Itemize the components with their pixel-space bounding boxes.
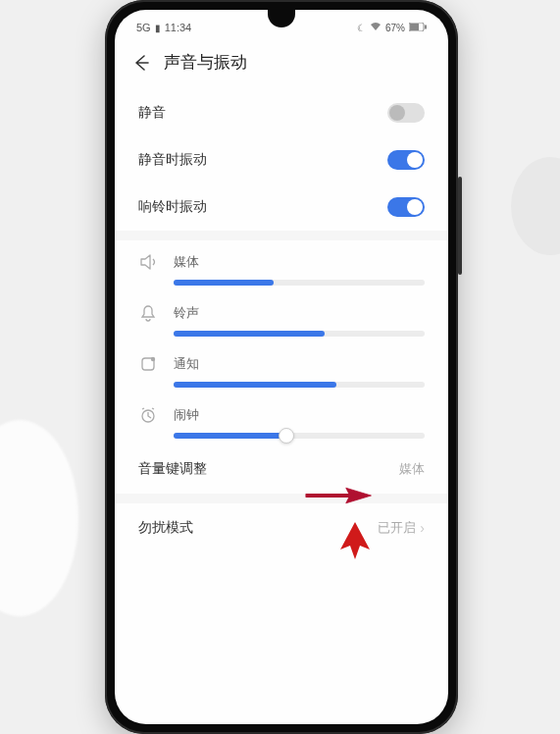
status-network: 5G: [136, 22, 151, 33]
bg-shape-left: [0, 420, 78, 616]
section-divider-2: [115, 494, 448, 503]
slider-row-ring: 铃声: [115, 291, 448, 342]
moon-icon: ☾: [357, 23, 366, 33]
svg-point-4: [151, 357, 155, 361]
row-vibrate-ring: 响铃时振动: [115, 184, 448, 231]
svg-rect-1: [410, 24, 419, 30]
bell-icon: [138, 303, 158, 323]
back-icon[interactable]: [132, 54, 150, 72]
media-label: 媒体: [174, 253, 199, 271]
screen: 5G ▮ 11:34 ☾ 67% 声音与振动 静音: [115, 10, 448, 724]
clock-icon: [138, 405, 158, 425]
dnd-label: 勿扰模式: [138, 519, 193, 537]
wifi-icon: [370, 22, 382, 33]
slider-row-alarm: 闹钟: [115, 393, 448, 445]
row-mute: 静音: [115, 89, 448, 136]
alarm-slider[interactable]: [174, 433, 425, 439]
svg-rect-2: [425, 25, 427, 28]
row-dnd[interactable]: 勿扰模式 已开启 ›: [115, 503, 448, 552]
status-time: 11:34: [165, 22, 192, 33]
row-vibrate-mute: 静音时振动: [115, 136, 448, 184]
battery-pct: 67%: [385, 23, 405, 33]
slider-row-media: 媒体: [115, 240, 448, 291]
dnd-value: 已开启: [378, 519, 416, 537]
slider-row-notify: 通知: [115, 342, 448, 393]
chevron-right-icon: ›: [420, 520, 425, 536]
ring-slider[interactable]: [174, 331, 425, 337]
vibrate-ring-toggle[interactable]: [387, 197, 425, 217]
vibrate-mute-toggle[interactable]: [387, 150, 425, 170]
notify-label: 通知: [174, 355, 199, 373]
phone-side-button: [458, 177, 462, 275]
battery-icon: [409, 23, 427, 33]
vibrate-ring-label: 响铃时振动: [138, 198, 207, 216]
media-slider[interactable]: [174, 280, 425, 286]
volkey-label: 音量键调整: [138, 460, 207, 478]
speaker-icon: [138, 252, 158, 272]
mute-label: 静音: [138, 104, 166, 122]
section-divider-1: [115, 231, 448, 240]
volkey-value: 媒体: [399, 460, 425, 478]
notify-slider[interactable]: [174, 382, 425, 388]
notify-icon: [138, 354, 158, 374]
mute-toggle[interactable]: [387, 103, 425, 123]
alarm-label: 闹钟: [174, 406, 199, 424]
row-volkey[interactable]: 音量键调整 媒体: [115, 445, 448, 494]
vibrate-mute-label: 静音时振动: [138, 151, 207, 169]
phone-frame: 5G ▮ 11:34 ☾ 67% 声音与振动 静音: [105, 0, 458, 734]
page-title: 声音与振动: [164, 51, 247, 74]
ring-label: 铃声: [174, 304, 199, 322]
page-header: 声音与振动: [115, 41, 448, 89]
bg-shape-right: [511, 157, 560, 255]
